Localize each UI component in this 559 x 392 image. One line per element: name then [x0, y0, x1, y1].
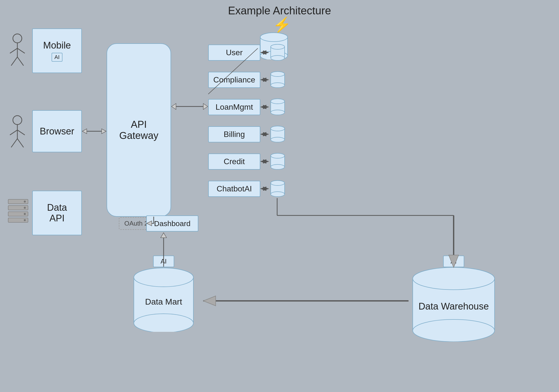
svg-point-55	[271, 153, 285, 158]
api-gateway-box: APIGateway OAuth 2.0	[107, 43, 171, 217]
actor-mobile-figure	[7, 32, 27, 67]
svg-line-8	[10, 48, 17, 53]
svg-point-12	[13, 116, 22, 125]
mobile-ai-label: AI	[52, 53, 63, 62]
service-credit: Credit	[208, 154, 260, 170]
svg-line-16	[11, 139, 17, 147]
svg-point-49	[271, 126, 285, 131]
api-gateway-label: APIGateway	[119, 119, 158, 141]
service-loanmgmt: LoanMgmt	[208, 99, 260, 115]
svg-point-61	[271, 181, 285, 185]
server-icon	[7, 198, 29, 230]
svg-point-66	[134, 314, 193, 332]
svg-point-48	[271, 137, 285, 142]
compliance-db-icon	[269, 71, 286, 89]
data-mart-ai-label: AI	[153, 256, 174, 267]
lightning-icon: ⚡	[273, 16, 291, 34]
svg-marker-82	[102, 129, 106, 134]
mobile-label: Mobile	[43, 40, 71, 51]
actor-browser-figure	[7, 114, 27, 149]
svg-line-9	[17, 48, 25, 53]
credit-db-icon	[269, 152, 286, 171]
service-billing: Billing	[208, 126, 260, 142]
page-title: Example Architecture	[228, 4, 331, 17]
data-warehouse-cylinder: Data Warehouse	[409, 267, 498, 342]
chatbotai-db-icon	[269, 180, 286, 198]
svg-point-43	[271, 99, 285, 104]
loanmgmt-db-icon	[269, 98, 286, 116]
service-user: User	[208, 45, 260, 61]
svg-point-36	[271, 83, 285, 88]
svg-marker-100	[161, 233, 167, 238]
data-warehouse-container: AI Data Warehouse	[409, 267, 498, 343]
mobile-box: Mobile AI	[32, 28, 82, 73]
service-compliance: Compliance	[208, 72, 260, 88]
svg-line-17	[17, 139, 24, 147]
svg-point-67	[134, 268, 193, 287]
svg-marker-84	[172, 104, 176, 109]
svg-point-6	[13, 34, 22, 43]
svg-text:Data Warehouse: Data Warehouse	[418, 301, 489, 312]
svg-line-10	[11, 57, 17, 66]
svg-point-30	[271, 55, 285, 60]
svg-marker-81	[82, 129, 87, 134]
svg-point-54	[271, 164, 285, 169]
data-warehouse-ai-label: AI	[443, 256, 464, 267]
data-mart-cylinder: Data Mart	[131, 267, 196, 332]
dashboard-box: Dashboard	[146, 215, 198, 232]
service-chatbotai: ChatbotAI	[208, 181, 260, 197]
svg-point-37	[271, 72, 285, 77]
browser-label: Browser	[40, 126, 74, 137]
billing-db-icon	[269, 125, 286, 144]
svg-point-5	[260, 33, 288, 42]
data-mart-container: AI Data Mart	[131, 267, 196, 333]
svg-text:Data Mart: Data Mart	[145, 297, 182, 306]
svg-point-24	[24, 213, 26, 215]
browser-box: Browser	[32, 110, 82, 152]
svg-point-25	[24, 219, 26, 221]
svg-marker-85	[203, 104, 208, 109]
svg-point-31	[271, 44, 285, 49]
svg-point-22	[24, 201, 26, 203]
svg-marker-98	[203, 296, 216, 306]
svg-point-60	[271, 192, 285, 197]
svg-line-14	[10, 130, 17, 135]
svg-point-23	[24, 207, 26, 209]
data-api-box: DataAPI	[32, 191, 82, 235]
svg-line-11	[17, 57, 24, 66]
svg-point-42	[271, 110, 285, 115]
svg-point-74	[413, 267, 495, 290]
svg-line-15	[17, 130, 25, 135]
data-api-label: DataAPI	[47, 202, 67, 224]
user-db-icon	[269, 43, 286, 62]
svg-point-73	[413, 319, 495, 342]
